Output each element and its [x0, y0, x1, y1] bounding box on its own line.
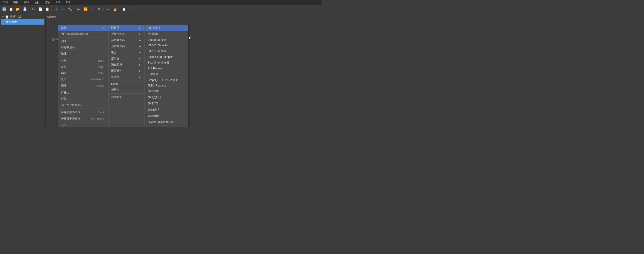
- sampler-jdbc[interactable]: JDBC Request: [145, 83, 188, 88]
- submenu-pre-arrow: ▶: [139, 39, 141, 41]
- toolbar-list[interactable]: 📋: [120, 6, 127, 12]
- titlebar: 文件 编辑 查找 运行 选项 工具 帮助: [0, 0, 322, 5]
- sep-after-screen: [58, 122, 108, 122]
- menu-tools[interactable]: 工具: [54, 0, 62, 5]
- menu-item-duplicate[interactable]: 复写 Ctrl+Shift-C: [58, 76, 108, 82]
- sep-after-delete: [58, 89, 108, 89]
- sampler-debug[interactable]: Debug Sampler: [145, 37, 188, 42]
- menu-open-label: 打开...: [61, 91, 69, 95]
- menu-item-save-screen[interactable]: 保存屏幕为图片 Ctrl+Shift-G: [58, 115, 108, 122]
- menu-item-enable: 启用: [58, 123, 108, 127]
- sep-after-response: [58, 37, 108, 38]
- sampler-jms-pub[interactable]: JMS发布: [145, 88, 188, 94]
- menu-item-start[interactable]: 启动: [58, 38, 108, 44]
- sampler-beanshell[interactable]: BeanShell 取样器: [145, 60, 188, 66]
- menu-item-delete[interactable]: 删除 Delete: [58, 82, 108, 88]
- sampler-test-action[interactable]: 测试活动: [145, 31, 188, 37]
- submenu-add-sampler[interactable]: 取样器 ▶: [108, 25, 144, 31]
- sep-after-validate: [58, 57, 108, 57]
- menu-options[interactable]: 选项: [44, 0, 51, 5]
- submenu-fragment-arrow: ▶: [139, 63, 141, 66]
- menu-item-save-as-image[interactable]: 保存节点为图片 Ctrl-G: [58, 109, 108, 115]
- toolbar-wrench[interactable]: 🔧: [66, 6, 73, 12]
- menu-container: 添加 ▶ 为子线程添加响应时间 启动 不停顿启动 验证 剪切: [58, 24, 188, 127]
- menu-item-save-selection[interactable]: 选中部分保存为...: [58, 102, 108, 108]
- sampler-jsr223[interactable]: JSR223 Sampler: [145, 42, 188, 48]
- submenu-ramp[interactable]: Ramp: [108, 81, 144, 87]
- submenu-listener-label: 监听器: [111, 75, 120, 79]
- menu-run[interactable]: 运行: [33, 0, 40, 5]
- menu-item-start-no-pause[interactable]: 不停顿启动: [58, 44, 108, 50]
- toolbar-flame[interactable]: 🔥: [112, 6, 118, 12]
- submenu-add-post[interactable]: 后置处理器 ▶: [108, 43, 144, 49]
- menu-save-screen-label: 保存屏幕为图片: [61, 117, 80, 120]
- menu-item-open[interactable]: 打开...: [58, 90, 108, 96]
- menu-item-add-arrow: ▶: [102, 27, 104, 29]
- submenu-add-timer[interactable]: 定时器 ▶: [108, 55, 144, 62]
- menu-start-no-pause-label: 不停顿启动: [61, 45, 75, 49]
- sampler-test-action-label: 测试活动: [148, 32, 158, 36]
- sampler-ftp[interactable]: FTP请求: [145, 71, 188, 77]
- menu-file[interactable]: 文件: [2, 0, 9, 5]
- sampler-jms-p2p[interactable]: JMS点到点: [145, 94, 188, 101]
- toolbar-copy[interactable]: 📄: [37, 6, 44, 12]
- sampler-bolt[interactable]: Bolt Request: [145, 66, 188, 71]
- sampler-access-log[interactable]: Access Log Sampler: [145, 54, 188, 60]
- sampler-graphql[interactable]: GraphQL HTTP Request: [145, 77, 188, 83]
- submenu-add-pre[interactable]: 前置处理器 ▶: [108, 37, 144, 43]
- menu-add-response-label: 为子线程添加响应时间: [61, 32, 88, 36]
- toolbar-new[interactable]: 🆕: [1, 6, 7, 12]
- toolbar-start-no-pause[interactable]: ⏩: [82, 6, 89, 12]
- menu-item-validate[interactable]: 验证: [58, 50, 108, 57]
- submenu-config-label: 配置元件: [111, 69, 122, 73]
- sampler-ldap-ext[interactable]: LDAP扩展请求默认值: [145, 119, 188, 125]
- submenu-add: 取样器 ▶ 逻辑控制器 ▶ 前置处理器 ▶ 后置处理器 ▶ 断言 ▶: [108, 24, 145, 127]
- toolbar-stop[interactable]: ⬛: [89, 6, 96, 12]
- toolbar-templates[interactable]: 📋: [8, 6, 14, 12]
- sampler-ldap[interactable]: LDAP请求: [145, 125, 188, 127]
- sep2: [52, 7, 52, 11]
- toolbar-glasses[interactable]: 👓: [105, 6, 111, 12]
- sampler-ajp-label: AJP/1.3 取样器: [148, 49, 166, 53]
- toolbar-remove[interactable]: ➖: [60, 6, 66, 12]
- toolbar-paste[interactable]: 📋: [44, 6, 50, 12]
- toolbar-open[interactable]: 📂: [14, 6, 21, 12]
- menu-item-paste[interactable]: 粘贴 Ctrl-V: [58, 70, 108, 76]
- sampler-ajp[interactable]: AJP/1.3 取样器: [145, 48, 188, 54]
- toolbar: 🆕 📋 📂 💾 ✂ 📄 📋 ➕ ➖ 🔧 ▶ ⏩ ⬛ ⏹ 👓 🔥 📋 ?: [0, 5, 322, 13]
- toolbar-start[interactable]: ▶: [76, 6, 82, 12]
- toolbar-save[interactable]: 💾: [22, 6, 28, 12]
- toolbar-cut[interactable]: ✂: [30, 6, 37, 12]
- submenu-add-config[interactable]: 配置元件 ▶: [108, 68, 144, 74]
- menu-save-selection-label: 选中部分保存为...: [61, 103, 82, 107]
- submenu-duration[interactable]: 持续时间: [108, 94, 144, 100]
- sampler-junit-label: JUnit请求: [148, 108, 159, 112]
- tree-test-plan[interactable]: ▼ 📋 测试计划: [1, 14, 44, 19]
- menu-cut-label: 剪切: [61, 59, 66, 63]
- submenu-sep1: [108, 81, 144, 81]
- toolbar-help[interactable]: ?: [128, 6, 134, 12]
- menu-item-cut[interactable]: 剪切 Ctrl-X: [58, 58, 108, 64]
- menu-item-merge[interactable]: 合并: [58, 96, 108, 102]
- menu-help[interactable]: 帮助: [65, 0, 72, 5]
- content-area: 线程组 停止线程 停止测试 立即停止测试 S 迭: [46, 13, 322, 127]
- sampler-java[interactable]: Java请求: [145, 113, 188, 119]
- submenu-loop[interactable]: 循环次: [108, 87, 144, 93]
- submenu-add-assertion[interactable]: 断言 ▶: [108, 49, 144, 55]
- menu-item-add[interactable]: 添加 ▶: [58, 25, 108, 31]
- submenu-add-logic[interactable]: 逻辑控制器 ▶: [108, 31, 144, 37]
- submenu-add-listener[interactable]: 监听器 ▶: [108, 74, 144, 80]
- menu-item-copy[interactable]: 复制 Ctrl-C: [58, 64, 108, 70]
- sampler-http[interactable]: HTTP请求: [145, 25, 188, 31]
- menu-item-add-response-time[interactable]: 为子线程添加响应时间: [58, 31, 108, 37]
- menu-item-add-label: 添加: [61, 26, 66, 30]
- menu-find[interactable]: 查找: [23, 0, 30, 5]
- toolbar-add[interactable]: ➕: [53, 6, 59, 12]
- sampler-junit[interactable]: JUnit请求: [145, 107, 188, 113]
- tree-thread-group[interactable]: ⚙ 线程组: [1, 19, 44, 24]
- toolbar-shutdown[interactable]: ⏹: [96, 6, 102, 12]
- sampler-jms-sub[interactable]: JMS订阅: [145, 101, 188, 107]
- submenu-add-test-fragment[interactable]: 测试片段 ▶: [108, 62, 144, 68]
- menu-edit[interactable]: 编辑: [12, 0, 20, 5]
- sep-after-save: [58, 109, 108, 109]
